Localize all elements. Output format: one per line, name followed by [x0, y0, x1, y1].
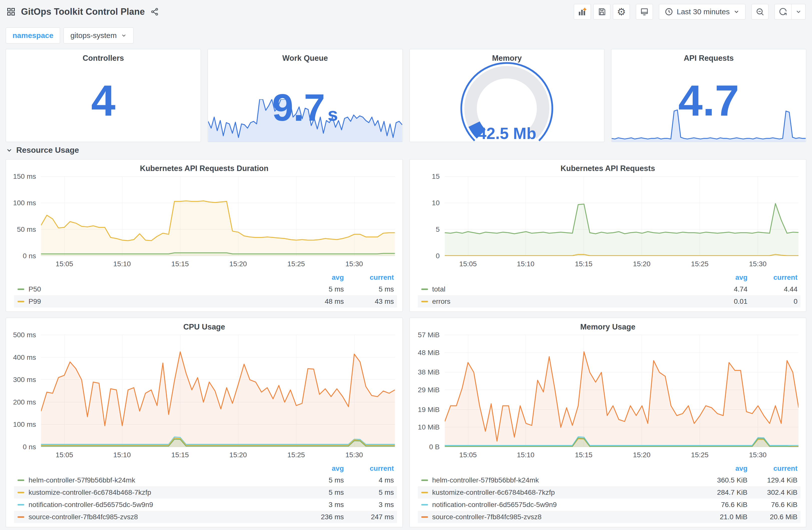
x-axis-tick-label: 15:15: [575, 451, 592, 459]
legend-current-value: 5 ms: [344, 488, 394, 497]
legend-series-label[interactable]: source-controller-7fb84fc985-zvsz8: [29, 513, 296, 521]
panel-title[interactable]: API Requests: [611, 49, 806, 63]
dashboard-settings-button[interactable]: ⚙: [613, 4, 630, 19]
x-axis-tick-label: 15:15: [171, 451, 189, 459]
panel-title[interactable]: CPU Usage: [6, 318, 403, 332]
y-axis-tick-label: 100 ms: [9, 421, 36, 428]
stat-value: 4.7: [611, 78, 806, 122]
legend-row: notification-controller-6d56575dc-5w9n97…: [418, 499, 801, 511]
panel-title[interactable]: Work Queue: [208, 49, 403, 63]
legend-column-current[interactable]: current: [748, 465, 797, 472]
chart-plot-area[interactable]: 0 ns100 ms200 ms300 ms400 ms500 ms: [41, 335, 395, 447]
legend-avg-value: 360.5 KiB: [700, 476, 748, 484]
stat-value: 4: [6, 78, 201, 122]
save-dashboard-button[interactable]: [593, 4, 610, 19]
legend-series-label[interactable]: kustomize-controller-6c6784b468-7kzfp: [29, 488, 296, 497]
legend-column-avg[interactable]: avg: [700, 274, 748, 281]
legend-avg-value: 5 ms: [296, 285, 344, 293]
variable-value-dropdown[interactable]: gitops-system: [63, 28, 133, 44]
legend-header: avgcurrent: [418, 272, 801, 283]
legend-header: avgcurrent: [14, 463, 397, 474]
share-icon[interactable]: [150, 8, 159, 16]
y-axis-tick-label: 48 MiB: [413, 349, 440, 356]
legend-series-label[interactable]: helm-controller-57f9b56bbf-k24mk: [29, 476, 296, 484]
x-axis-tick-label: 15:05: [56, 260, 73, 268]
legend-series-label[interactable]: notification-controller-6d56575dc-5w9n9: [29, 501, 296, 509]
row-header-title: Resource Usage: [16, 146, 79, 155]
series-color-dash: [17, 492, 24, 493]
clock-icon: [665, 8, 673, 16]
panel-api-requests: API Requests 4.7: [611, 49, 806, 142]
legend-series-label[interactable]: P99: [29, 297, 296, 306]
panel-controllers: Controllers 4: [6, 49, 201, 142]
x-axis-tick-label: 15:30: [346, 451, 363, 459]
variables-row: namespace gitops-system: [0, 24, 812, 49]
dashboard-grid-icon: [6, 7, 15, 16]
x-axis-tick-label: 15:15: [575, 260, 592, 268]
y-axis-tick-label: 500 ms: [9, 332, 36, 339]
panel-title[interactable]: Memory: [410, 49, 604, 63]
panel-title[interactable]: Kubernetes API Requests: [410, 160, 806, 173]
x-axis-tick-label: 15:10: [113, 451, 131, 459]
zoom-out-button[interactable]: [752, 4, 768, 19]
legend-column-current[interactable]: current: [344, 465, 394, 472]
panel-k8s-api-requests: Kubernetes API Requests 051015 15:0515:1…: [409, 159, 807, 312]
y-axis-tick-label: 10: [413, 200, 440, 206]
panel-title[interactable]: Controllers: [6, 49, 201, 63]
panel-memory-usage: Memory Usage 0 B10 MiB19 MiB29 MiB38 MiB…: [409, 318, 807, 527]
chart-legend: avgcurrenthelm-controller-57f9b56bbf-k24…: [418, 463, 801, 523]
legend-avg-value: 21.0 MiB: [700, 513, 748, 521]
add-panel-button[interactable]: [574, 4, 591, 19]
x-axis: 15:0515:1015:1515:2015:2515:30: [41, 256, 395, 270]
chevron-down-icon: [733, 9, 740, 15]
legend-column-avg[interactable]: avg: [296, 465, 344, 472]
x-axis-tick-label: 15:20: [633, 260, 650, 268]
gear-icon: ⚙: [617, 7, 626, 17]
panel-title[interactable]: Memory Usage: [410, 318, 806, 332]
panel-title[interactable]: Kubernetes API Requests Duration: [6, 160, 403, 173]
x-axis-tick-label: 15:25: [691, 260, 708, 268]
legend-avg-value: 236 ms: [296, 513, 344, 521]
cycle-view-button[interactable]: [636, 4, 653, 19]
legend-series-label[interactable]: helm-controller-57f9b56bbf-k24mk: [432, 476, 700, 484]
series-color-dash: [421, 480, 428, 481]
row-header-resource-usage[interactable]: Resource Usage: [0, 142, 812, 159]
legend-series-label[interactable]: total: [432, 285, 700, 293]
legend-row: kustomize-controller-6c6784b468-7kzfp5 m…: [14, 486, 397, 499]
time-range-picker[interactable]: Last 30 minutes: [659, 4, 745, 19]
chart-plot-area[interactable]: 0 B10 MiB19 MiB29 MiB38 MiB48 MiB57 MiB: [445, 335, 799, 447]
legend-row: source-controller-7fb84fc985-zvsz821.0 M…: [418, 511, 801, 523]
legend-series-label[interactable]: notification-controller-6d56575dc-5w9n9: [432, 501, 700, 509]
refresh-button[interactable]: [774, 4, 792, 19]
charts-grid: Kubernetes API Requests Duration 0 ns50 …: [0, 159, 812, 530]
refresh-interval-dropdown[interactable]: [792, 4, 806, 19]
x-axis: 15:0515:1015:1515:2015:2515:30: [445, 447, 799, 461]
legend-avg-value: 0.01: [700, 297, 748, 306]
x-axis-tick-label: 15:20: [229, 260, 247, 268]
legend-column-avg[interactable]: avg: [296, 274, 344, 281]
legend-column-current[interactable]: current: [344, 274, 394, 281]
y-axis-tick-label: 0 ns: [9, 252, 36, 260]
series-color-dash: [17, 301, 24, 302]
legend-column-avg[interactable]: avg: [700, 465, 748, 472]
legend-series-label[interactable]: P50: [29, 285, 296, 293]
y-axis-tick-label: 38 MiB: [413, 369, 440, 376]
chart-plot-area[interactable]: 0 ns50 ms100 ms150 ms: [41, 177, 395, 256]
y-axis-tick-label: 100 ms: [9, 200, 36, 206]
legend-series-label[interactable]: kustomize-controller-6c6784b468-7kzfp: [432, 488, 700, 497]
stat-unit: s: [328, 104, 338, 125]
chart-legend: avgcurrenttotal4.744.44errors0.010: [418, 272, 801, 308]
x-axis-tick-label: 15:10: [517, 260, 534, 268]
legend-avg-value: 284.7 KiB: [700, 488, 748, 497]
time-range-label: Last 30 minutes: [677, 8, 730, 16]
chevron-down-icon: [6, 147, 13, 154]
legend-current-value: 3 ms: [344, 501, 394, 509]
legend-series-label[interactable]: errors: [432, 297, 700, 306]
panel-memory: Memory 42.5 Mb: [409, 49, 605, 142]
x-axis: 15:0515:1015:1515:2015:2515:30: [41, 447, 395, 461]
legend-series-label[interactable]: source-controller-7fb84fc985-zvsz8: [432, 513, 700, 521]
legend-current-value: 4 ms: [344, 476, 394, 484]
legend-current-value: 5 ms: [344, 285, 394, 293]
chart-plot-area[interactable]: 051015: [445, 177, 799, 256]
legend-column-current[interactable]: current: [748, 274, 797, 281]
